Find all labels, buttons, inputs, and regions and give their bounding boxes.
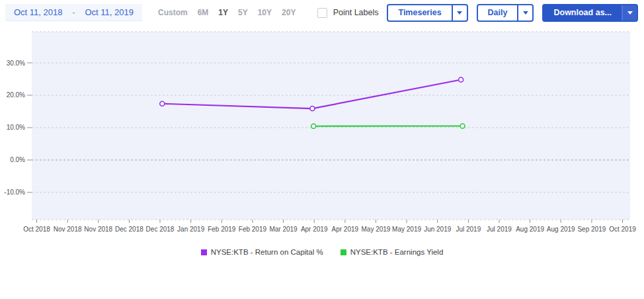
x-axis-label: Feb 2019 bbox=[208, 226, 236, 233]
x-axis-label: Oct 2019 bbox=[609, 226, 636, 233]
x-axis-label: May 2019 bbox=[361, 226, 390, 233]
data-point-marker[interactable] bbox=[460, 124, 465, 128]
x-axis-label: May 2019 bbox=[392, 226, 421, 233]
chevron-down-icon bbox=[457, 11, 462, 15]
x-axis-label: Apr 2019 bbox=[332, 226, 359, 233]
download-dropdown-toggle[interactable] bbox=[622, 5, 637, 21]
chevron-down-icon bbox=[627, 11, 633, 15]
x-axis-label: Nov 2018 bbox=[54, 226, 82, 233]
frequency-button[interactable]: Daily bbox=[477, 4, 534, 22]
x-axis-label: Dec 2018 bbox=[115, 226, 143, 233]
timeseries-dropdown-toggle[interactable] bbox=[452, 5, 467, 21]
x-axis-label: Jul 2019 bbox=[456, 226, 481, 233]
point-labels-checkbox[interactable] bbox=[317, 8, 327, 18]
x-axis-label: Apr 2019 bbox=[301, 226, 328, 233]
end-date[interactable]: Oct 11, 2019 bbox=[85, 7, 133, 17]
date-range-separator: - bbox=[72, 8, 75, 17]
range-options: Custom6M1Y5Y10Y20Y bbox=[158, 8, 296, 17]
x-axis-label: Dec 2018 bbox=[146, 226, 175, 233]
x-axis-label: Jul 2019 bbox=[487, 226, 512, 233]
data-point-marker[interactable] bbox=[310, 107, 315, 111]
timeseries-button[interactable]: Timeseries bbox=[387, 4, 467, 22]
chevron-down-icon bbox=[523, 11, 528, 15]
legend-item[interactable]: NYSE:KTB - Earnings Yield bbox=[341, 248, 444, 256]
range-option-10y[interactable]: 10Y bbox=[258, 8, 272, 17]
legend: NYSE:KTB - Return on Capital %NYSE:KTB -… bbox=[0, 248, 644, 256]
x-axis-label: Aug 2019 bbox=[547, 226, 575, 233]
toolbar-right: Point Labels Timeseries Daily Download a… bbox=[317, 4, 638, 22]
point-labels-label: Point Labels bbox=[333, 8, 379, 17]
x-axis-label: Aug 2019 bbox=[516, 226, 544, 233]
toolbar-left: Oct 11, 2018 - Oct 11, 2019 Custom6M1Y5Y… bbox=[5, 4, 296, 21]
timeseries-button-label[interactable]: Timeseries bbox=[388, 5, 451, 21]
x-axis-label: Nov 2018 bbox=[84, 226, 112, 233]
y-axis-label: 30.0% bbox=[7, 60, 25, 67]
legend-label: NYSE:KTB - Return on Capital % bbox=[211, 248, 323, 256]
y-axis-label: 20.0% bbox=[7, 91, 25, 99]
range-option-6m[interactable]: 6M bbox=[198, 8, 209, 17]
legend-item[interactable]: NYSE:KTB - Return on Capital % bbox=[201, 248, 323, 256]
range-option-5y[interactable]: 5Y bbox=[238, 8, 248, 17]
frequency-dropdown-toggle[interactable] bbox=[517, 5, 532, 21]
toolbar: Oct 11, 2018 - Oct 11, 2019 Custom6M1Y5Y… bbox=[5, 3, 638, 22]
x-axis-label: Oct 2018 bbox=[23, 226, 50, 233]
frequency-button-label[interactable]: Daily bbox=[478, 5, 518, 21]
date-range-picker[interactable]: Oct 11, 2018 - Oct 11, 2019 bbox=[5, 4, 142, 21]
x-axis-label: Mar 2019 bbox=[269, 226, 298, 233]
x-axis-label: Feb 2019 bbox=[239, 226, 267, 233]
chart-page: Oct 11, 2018 - Oct 11, 2019 Custom6M1Y5Y… bbox=[0, 0, 644, 299]
data-point-marker[interactable] bbox=[459, 77, 463, 82]
y-axis-label: -10.0% bbox=[4, 189, 25, 196]
legend-label: NYSE:KTB - Earnings Yield bbox=[350, 248, 444, 256]
data-point-marker[interactable] bbox=[160, 101, 165, 106]
start-date[interactable]: Oct 11, 2018 bbox=[14, 7, 62, 17]
x-axis-label: Sep 2019 bbox=[577, 226, 606, 233]
y-axis-label: 10.0% bbox=[7, 124, 25, 131]
y-axis-label: 0.0% bbox=[10, 156, 25, 163]
range-option-20y[interactable]: 20Y bbox=[282, 8, 296, 17]
range-option-1y[interactable]: 1Y bbox=[218, 8, 228, 17]
x-axis-label: Jun 2019 bbox=[424, 226, 452, 233]
range-option-custom[interactable]: Custom bbox=[158, 8, 188, 17]
chart-canvas: 30.0%20.0%10.0%0.0%-10.0%Oct 2018Nov 201… bbox=[0, 25, 644, 243]
legend-swatch bbox=[201, 249, 207, 255]
data-point-marker[interactable] bbox=[311, 124, 316, 128]
download-button[interactable]: Download as... bbox=[542, 4, 638, 22]
download-button-label[interactable]: Download as... bbox=[543, 5, 622, 21]
legend-swatch bbox=[341, 249, 346, 255]
x-axis-label: Jan 2019 bbox=[177, 226, 205, 233]
